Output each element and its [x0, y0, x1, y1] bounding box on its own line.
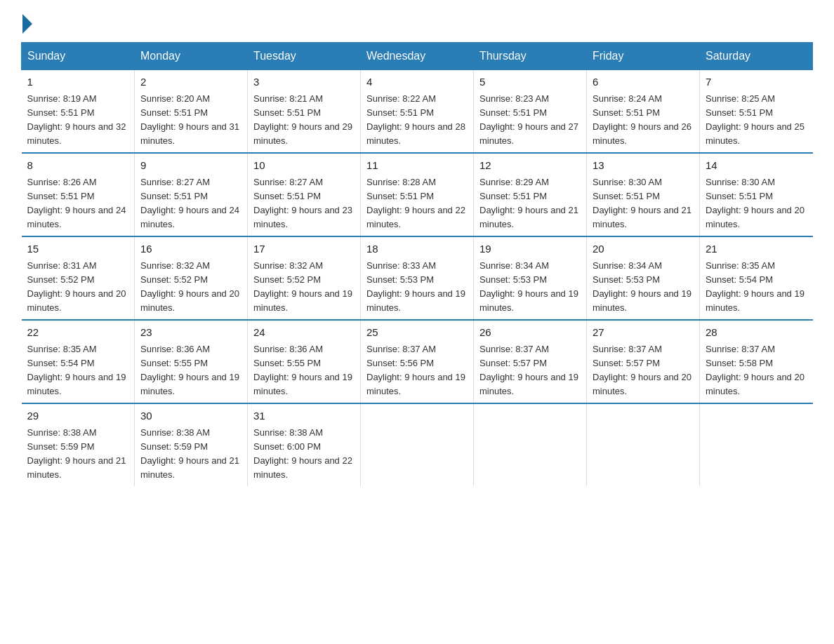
day-info: Sunrise: 8:37 AMSunset: 5:57 PMDaylight:… [479, 344, 578, 396]
day-info: Sunrise: 8:36 AMSunset: 5:55 PMDaylight:… [253, 344, 352, 396]
day-info: Sunrise: 8:35 AMSunset: 5:54 PMDaylight:… [27, 344, 126, 396]
header-thursday: Thursday [474, 43, 587, 70]
day-info: Sunrise: 8:21 AMSunset: 5:51 PMDaylight:… [253, 93, 352, 146]
table-row: 8Sunrise: 8:26 AMSunset: 5:51 PMDaylight… [22, 153, 135, 236]
day-info: Sunrise: 8:32 AMSunset: 5:52 PMDaylight:… [253, 260, 352, 313]
day-number: 3 [253, 74, 355, 90]
table-row [474, 403, 587, 486]
table-row: 21Sunrise: 8:35 AMSunset: 5:54 PMDayligh… [700, 236, 813, 320]
table-row: 18Sunrise: 8:33 AMSunset: 5:53 PMDayligh… [361, 236, 474, 320]
day-info: Sunrise: 8:30 AMSunset: 5:51 PMDaylight:… [593, 177, 691, 229]
table-row: 9Sunrise: 8:27 AMSunset: 5:51 PMDaylight… [135, 153, 248, 236]
table-row: 7Sunrise: 8:25 AMSunset: 5:51 PMDaylight… [700, 70, 813, 154]
day-number: 14 [706, 158, 807, 174]
logo-top [21, 14, 34, 34]
day-info: Sunrise: 8:37 AMSunset: 5:57 PMDaylight:… [593, 344, 691, 396]
table-row: 26Sunrise: 8:37 AMSunset: 5:57 PMDayligh… [474, 320, 587, 403]
day-info: Sunrise: 8:27 AMSunset: 5:51 PMDaylight:… [140, 177, 239, 229]
day-number: 18 [366, 241, 468, 257]
day-number: 4 [366, 74, 468, 90]
day-number: 7 [706, 74, 807, 90]
table-row: 4Sunrise: 8:22 AMSunset: 5:51 PMDaylight… [361, 70, 474, 154]
day-info: Sunrise: 8:20 AMSunset: 5:51 PMDaylight:… [140, 93, 239, 146]
day-info: Sunrise: 8:37 AMSunset: 5:58 PMDaylight:… [706, 344, 805, 396]
day-info: Sunrise: 8:24 AMSunset: 5:51 PMDaylight:… [593, 93, 691, 146]
header-sunday: Sunday [22, 43, 135, 70]
table-row: 11Sunrise: 8:28 AMSunset: 5:51 PMDayligh… [361, 153, 474, 236]
day-info: Sunrise: 8:28 AMSunset: 5:51 PMDaylight:… [366, 177, 465, 229]
table-row: 16Sunrise: 8:32 AMSunset: 5:52 PMDayligh… [135, 236, 248, 320]
day-number: 23 [140, 325, 241, 341]
table-row [361, 403, 474, 486]
day-info: Sunrise: 8:27 AMSunset: 5:51 PMDaylight:… [253, 177, 352, 229]
table-row: 20Sunrise: 8:34 AMSunset: 5:53 PMDayligh… [587, 236, 700, 320]
day-number: 31 [253, 408, 355, 424]
day-info: Sunrise: 8:30 AMSunset: 5:51 PMDaylight:… [706, 177, 805, 229]
calendar-week-row: 22Sunrise: 8:35 AMSunset: 5:54 PMDayligh… [22, 320, 813, 403]
table-row: 3Sunrise: 8:21 AMSunset: 5:51 PMDaylight… [248, 70, 361, 154]
calendar-header-row: Sunday Monday Tuesday Wednesday Thursday… [22, 43, 813, 70]
table-row: 15Sunrise: 8:31 AMSunset: 5:52 PMDayligh… [22, 236, 135, 320]
day-info: Sunrise: 8:22 AMSunset: 5:51 PMDaylight:… [366, 93, 465, 146]
table-row [700, 403, 813, 486]
table-row: 13Sunrise: 8:30 AMSunset: 5:51 PMDayligh… [587, 153, 700, 236]
day-info: Sunrise: 8:38 AMSunset: 5:59 PMDaylight:… [27, 427, 126, 480]
day-number: 19 [479, 241, 581, 257]
day-info: Sunrise: 8:38 AMSunset: 6:00 PMDaylight:… [253, 427, 352, 480]
day-number: 12 [479, 158, 581, 174]
day-number: 10 [253, 158, 355, 174]
table-row: 22Sunrise: 8:35 AMSunset: 5:54 PMDayligh… [22, 320, 135, 403]
table-row: 25Sunrise: 8:37 AMSunset: 5:56 PMDayligh… [361, 320, 474, 403]
day-number: 21 [706, 241, 807, 257]
day-number: 25 [366, 325, 468, 341]
day-number: 27 [593, 325, 694, 341]
header-tuesday: Tuesday [248, 43, 361, 70]
day-info: Sunrise: 8:36 AMSunset: 5:55 PMDaylight:… [140, 344, 239, 396]
day-number: 5 [479, 74, 581, 90]
calendar-week-row: 1Sunrise: 8:19 AMSunset: 5:51 PMDaylight… [22, 70, 813, 154]
day-info: Sunrise: 8:25 AMSunset: 5:51 PMDaylight:… [706, 93, 805, 146]
calendar-week-row: 29Sunrise: 8:38 AMSunset: 5:59 PMDayligh… [22, 403, 813, 486]
day-info: Sunrise: 8:26 AMSunset: 5:51 PMDaylight:… [27, 177, 126, 229]
day-number: 29 [27, 408, 129, 424]
table-row: 23Sunrise: 8:36 AMSunset: 5:55 PMDayligh… [135, 320, 248, 403]
day-number: 26 [479, 325, 581, 341]
day-number: 13 [593, 158, 694, 174]
table-row: 10Sunrise: 8:27 AMSunset: 5:51 PMDayligh… [248, 153, 361, 236]
day-info: Sunrise: 8:23 AMSunset: 5:51 PMDaylight:… [479, 93, 578, 146]
calendar-table: Sunday Monday Tuesday Wednesday Thursday… [21, 42, 813, 486]
calendar-week-row: 15Sunrise: 8:31 AMSunset: 5:52 PMDayligh… [22, 236, 813, 320]
day-number: 20 [593, 241, 694, 257]
table-row: 30Sunrise: 8:38 AMSunset: 5:59 PMDayligh… [135, 403, 248, 486]
table-row: 19Sunrise: 8:34 AMSunset: 5:53 PMDayligh… [474, 236, 587, 320]
day-info: Sunrise: 8:32 AMSunset: 5:52 PMDaylight:… [140, 260, 239, 313]
day-number: 24 [253, 325, 355, 341]
day-info: Sunrise: 8:34 AMSunset: 5:53 PMDaylight:… [593, 260, 691, 313]
day-info: Sunrise: 8:37 AMSunset: 5:56 PMDaylight:… [366, 344, 465, 396]
day-info: Sunrise: 8:38 AMSunset: 5:59 PMDaylight:… [140, 427, 239, 480]
day-info: Sunrise: 8:31 AMSunset: 5:52 PMDaylight:… [27, 260, 126, 313]
day-info: Sunrise: 8:35 AMSunset: 5:54 PMDaylight:… [706, 260, 805, 313]
table-row: 14Sunrise: 8:30 AMSunset: 5:51 PMDayligh… [700, 153, 813, 236]
day-number: 6 [593, 74, 694, 90]
table-row [587, 403, 700, 486]
table-row: 2Sunrise: 8:20 AMSunset: 5:51 PMDaylight… [135, 70, 248, 154]
day-number: 30 [140, 408, 241, 424]
day-number: 9 [140, 158, 241, 174]
header-wednesday: Wednesday [361, 43, 474, 70]
day-number: 8 [27, 158, 129, 174]
day-number: 11 [366, 158, 468, 174]
table-row: 27Sunrise: 8:37 AMSunset: 5:57 PMDayligh… [587, 320, 700, 403]
day-number: 28 [706, 325, 807, 341]
table-row: 28Sunrise: 8:37 AMSunset: 5:58 PMDayligh… [700, 320, 813, 403]
header-friday: Friday [587, 43, 700, 70]
day-number: 17 [253, 241, 355, 257]
day-number: 22 [27, 325, 129, 341]
table-row: 1Sunrise: 8:19 AMSunset: 5:51 PMDaylight… [22, 70, 135, 154]
table-row: 24Sunrise: 8:36 AMSunset: 5:55 PMDayligh… [248, 320, 361, 403]
table-row: 17Sunrise: 8:32 AMSunset: 5:52 PMDayligh… [248, 236, 361, 320]
day-info: Sunrise: 8:19 AMSunset: 5:51 PMDaylight:… [27, 93, 126, 146]
table-row: 29Sunrise: 8:38 AMSunset: 5:59 PMDayligh… [22, 403, 135, 486]
day-number: 2 [140, 74, 241, 90]
header-saturday: Saturday [700, 43, 813, 70]
